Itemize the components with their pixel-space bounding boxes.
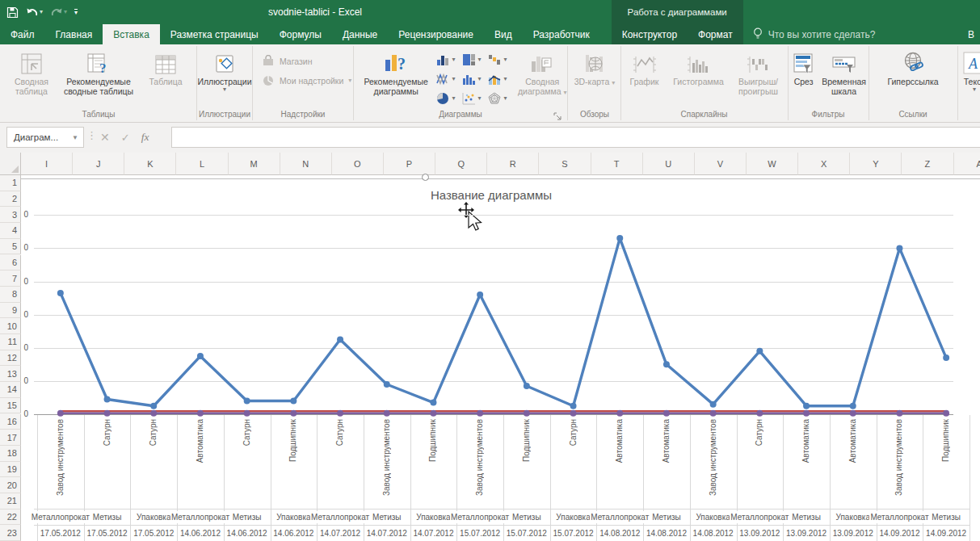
insert-hierarchy-chart-button[interactable]: ▾ <box>462 50 488 69</box>
column-header[interactable]: Z <box>902 153 953 175</box>
recommended-pivot-tables-button[interactable]: ? Рекомендуемые сводные таблицы <box>58 47 139 96</box>
series-blue-marker <box>57 290 64 296</box>
name-box-dropdown-arrow[interactable]: ▼ <box>67 134 83 141</box>
column-header[interactable]: T <box>591 153 643 175</box>
tab-file[interactable]: Файл <box>0 24 45 44</box>
column-header[interactable]: A <box>954 153 980 175</box>
series-purple-flat-marker <box>337 410 343 417</box>
axis-label-company: Автоматика <box>195 419 205 463</box>
insert-scatter-chart-button[interactable]: ▾ <box>462 89 488 108</box>
column-header[interactable]: X <box>798 153 850 175</box>
series-blue-marker <box>803 403 810 409</box>
enter-icon: ✓ <box>121 132 130 144</box>
insert-radar-chart-button[interactable]: ▾ <box>488 89 514 108</box>
column-header[interactable]: Y <box>850 153 902 175</box>
column-header[interactable]: L <box>176 153 228 175</box>
select-all-corner[interactable] <box>0 153 21 175</box>
axis-label-date: 14.07.2012 <box>319 527 361 539</box>
row-header[interactable]: 9 <box>0 303 21 319</box>
row-header[interactable]: 21 <box>0 493 21 510</box>
tab-formulas[interactable]: Формулы <box>269 24 332 44</box>
row-header[interactable]: 7 <box>0 270 21 287</box>
svg-text:?: ? <box>397 55 406 73</box>
row-header[interactable]: 15 <box>0 398 21 414</box>
sign-in-label[interactable]: В <box>962 24 980 44</box>
ribbon-group-filters: Срез Временная шкала Фильтры <box>789 44 868 122</box>
row-header[interactable]: 4 <box>0 223 21 239</box>
row-header[interactable]: 17 <box>0 430 21 446</box>
undo-dropdown-arrow[interactable]: ▾ <box>40 9 43 15</box>
chart-object[interactable]: Название диаграммы 0000000Завод инструме… <box>23 179 980 541</box>
tab-view[interactable]: Вид <box>484 24 523 44</box>
column-header[interactable]: V <box>695 153 747 175</box>
column-header[interactable]: Q <box>435 153 487 175</box>
insert-line-chart-button[interactable]: ▾ <box>436 69 462 89</box>
column-header[interactable]: W <box>747 153 798 175</box>
insert-statistic-chart-button[interactable]: ▾ <box>462 69 488 89</box>
row-header[interactable]: 11 <box>0 334 21 350</box>
row-header[interactable]: 13 <box>0 366 21 382</box>
column-header[interactable]: U <box>643 153 695 175</box>
row-header[interactable]: 6 <box>0 255 21 271</box>
row-header[interactable]: 19 <box>0 462 21 478</box>
column-header[interactable]: I <box>21 153 73 175</box>
window-title: svodnie-tablici - Excel <box>48 0 582 24</box>
save-icon[interactable] <box>6 6 19 19</box>
text-button[interactable]: A Текст ▾ <box>958 47 980 93</box>
column-header[interactable]: M <box>229 153 280 175</box>
row-header[interactable]: 22 <box>0 510 21 526</box>
axis-label-group: Металлопрокат <box>730 511 789 523</box>
tab-page-layout[interactable]: Разметка страницы <box>160 24 269 44</box>
charts-dialog-launcher[interactable] <box>553 110 562 119</box>
row-header[interactable]: 10 <box>0 318 21 334</box>
formula-input[interactable] <box>171 127 980 148</box>
insert-combo-chart-button[interactable]: ▾ <box>488 69 514 89</box>
row-header[interactable]: 1 <box>0 175 21 191</box>
row-header[interactable]: 14 <box>0 382 21 398</box>
group-label-illustrations: Иллюстрации <box>198 110 251 119</box>
row-header[interactable]: 23 <box>0 525 21 541</box>
tell-me-box[interactable]: Что вы хотите сделать? <box>743 24 885 44</box>
column-header[interactable]: K <box>124 153 176 175</box>
tab-data[interactable]: Данные <box>332 24 388 44</box>
tab-review[interactable]: Рецензирование <box>388 24 484 44</box>
tab-format[interactable]: Формат <box>688 24 743 44</box>
row-header[interactable]: 18 <box>0 446 21 462</box>
row-header[interactable]: 3 <box>0 207 21 223</box>
row-header[interactable]: 20 <box>0 477 21 493</box>
series-blue-marker <box>244 398 250 405</box>
row-header[interactable]: 12 <box>0 350 21 367</box>
hyperlink-button[interactable]: Гиперссылка <box>879 47 947 86</box>
column-header[interactable]: S <box>539 153 591 175</box>
recommended-charts-button[interactable]: ? Рекомендуемые диаграммы <box>357 47 435 96</box>
name-box[interactable]: Диаграм... ▼ <box>6 127 84 148</box>
insert-function-button[interactable]: fx <box>141 131 149 144</box>
series-blue-marker <box>477 291 483 298</box>
column-header[interactable]: N <box>280 153 332 175</box>
timeline-button[interactable]: Временная шкала <box>820 47 868 96</box>
chart-series-layer[interactable] <box>23 179 980 541</box>
column-header[interactable]: R <box>487 153 539 175</box>
illustrations-button[interactable]: Иллюстрации ▾ <box>198 47 251 93</box>
hyperlink-icon <box>901 48 925 74</box>
insert-pie-chart-button[interactable]: ▾ <box>436 89 462 108</box>
chart-selection-handle[interactable] <box>422 174 429 181</box>
row-header[interactable]: 8 <box>0 287 21 303</box>
insert-waterfall-chart-button[interactable]: ▾ <box>488 50 514 69</box>
undo-button[interactable]: ▾ <box>26 7 43 18</box>
column-header[interactable]: P <box>384 153 435 175</box>
row-header[interactable]: 5 <box>0 239 21 255</box>
tab-insert[interactable]: Вставка <box>103 24 160 44</box>
column-header[interactable]: O <box>332 153 384 175</box>
column-header[interactable]: J <box>73 153 124 175</box>
row-header[interactable]: 2 <box>0 191 21 208</box>
slicer-button[interactable]: Срез <box>789 47 818 86</box>
group-label-addins: Надстройки <box>254 110 352 119</box>
tab-home[interactable]: Главная <box>45 24 103 44</box>
axis-label-date: 14.08.2012 <box>646 527 688 539</box>
insert-column-chart-button[interactable]: ▾ <box>436 50 462 69</box>
row-header[interactable]: 16 <box>0 414 21 430</box>
tab-design[interactable]: Конструктор <box>612 24 688 44</box>
tab-developer[interactable]: Разработчик <box>523 24 600 44</box>
series-blue-marker <box>524 383 530 389</box>
